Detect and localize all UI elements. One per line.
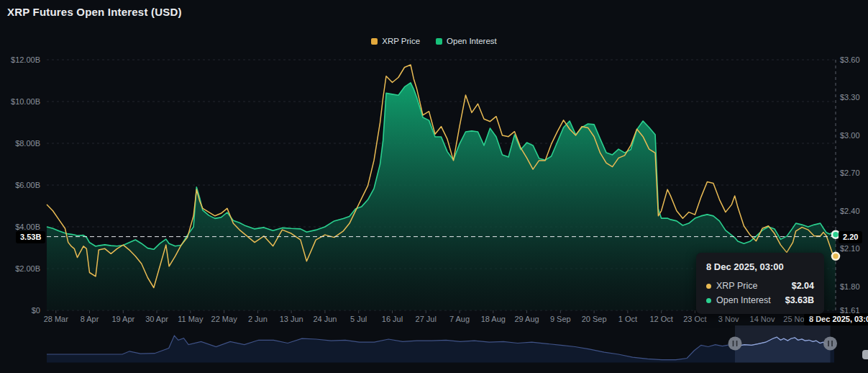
brush-handle-left[interactable] [728,337,742,351]
open-interest-swatch-icon [436,38,442,45]
legend-item-open-interest[interactable]: Open Interest [436,37,497,45]
legend-item-xrp-price[interactable]: XRP Price [371,37,420,45]
tooltip-title: 8 Dec 2025, 03:00 [706,261,814,272]
y-axis-right-tick: $2.10 [840,244,860,253]
y-axis-right-tick: $2.40 [840,207,860,215]
xrp-futures-open-interest-chart: XRP Futures Open Interest (USD) XRP Pric… [0,0,868,373]
legend-label-xrp-price: XRP Price [382,37,420,45]
xrp-price-dot-icon [706,284,711,289]
x-axis-tick: 19 Apr [111,315,134,323]
y-axis-left-tick: $6.00B [3,181,40,189]
tooltip-label-xrp-price: XRP Price [716,281,757,291]
x-axis-tick: 24 Jun [313,315,337,323]
y-axis-right-tick: $3.30 [840,93,860,102]
page-title: XRP Futures Open Interest (USD) [7,6,182,18]
x-axis-tick: 28 Mar [44,315,68,323]
oi-last-value-badge: 3.53B [16,231,45,243]
tooltip-value-open-interest: $3.63B [785,295,814,305]
x-axis-tick: 5 Jul [350,315,367,323]
y-axis-left-tick: $0 [3,306,40,315]
tooltip-row-xrp-price: XRP Price $2.04 [706,281,814,291]
x-axis-tick: 7 Aug [449,315,470,323]
x-axis-tick: 29 Aug [514,315,539,323]
x-axis-tick: 20 Sep [582,315,607,323]
y-axis-left-tick: $10.00B [3,97,40,106]
y-axis-left-tick: $4.00B [3,223,40,231]
y-axis-right-tick: $1.80 [840,282,860,291]
x-axis-tick: 30 Apr [145,315,168,323]
x-axis-tick: 1 Oct [618,315,637,323]
scrollbar-end-handle[interactable] [862,350,868,359]
y-axis-right-tick: $3.60 [840,55,860,64]
xrp-price-swatch-icon [371,38,378,45]
navigator-brush-selection[interactable] [735,325,830,363]
x-axis-tick: 13 Jun [280,315,303,323]
y-axis-right-tick: $2.70 [840,168,860,177]
y-axis-left-tick: $8.00B [3,139,40,148]
x-axis-tick: 12 Oct [649,315,672,323]
price-axis-marker-badge: 2.20 [839,231,862,243]
brush-handle-right[interactable] [823,337,837,351]
x-axis-tick: 9 Sep [550,315,571,323]
open-interest-dot-icon [706,298,711,303]
y-axis-left-tick: $12.00B [3,55,40,64]
x-axis-tick: 2 Jun [248,315,268,323]
x-axis-tick: 3 Nov [718,315,739,323]
x-axis-tick: 27 Jul [416,315,437,323]
y-axis-left-tick: $2.00B [3,264,40,273]
x-axis-tick: 8 Apr [81,315,99,323]
tooltip-label-open-interest: Open Interest [716,295,771,305]
x-axis-tick: 14 Nov [750,315,775,323]
legend-label-open-interest: Open Interest [447,37,497,45]
y-axis-right-tick: $3.00 [840,131,860,140]
navigator-area [47,336,834,363]
tooltip-row-open-interest: Open Interest $3.63B [706,295,814,305]
x-axis-tick: 23 Oct [683,315,706,323]
crosshair-date-label: 8 Dec 2025, 03:00 [804,313,868,325]
x-axis-tick: 22 May [211,315,237,323]
tooltip: 8 Dec 2025, 03:00 XRP Price $2.04 Open I… [696,253,824,314]
tooltip-value-xrp-price: $2.04 [792,281,814,291]
xrp-price-last-point-dot [832,253,839,260]
x-axis-tick: 16 Jul [382,315,403,323]
chart-legend: XRP Price Open Interest [0,37,868,45]
x-axis-tick: 18 Aug [481,315,506,323]
x-axis-tick: 11 May [178,315,203,323]
